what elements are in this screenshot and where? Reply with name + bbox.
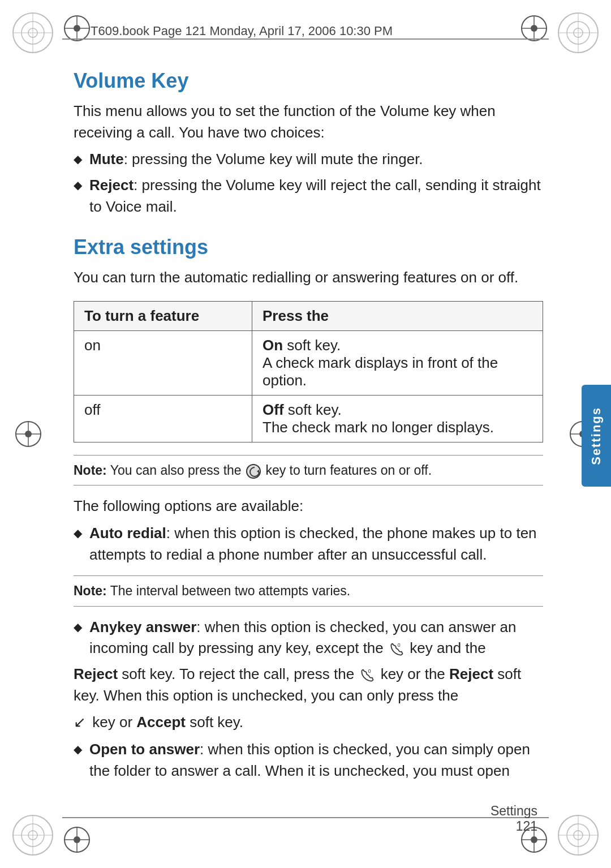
off-key-description: The check mark no longer displays. xyxy=(263,419,494,436)
svg-marker-44 xyxy=(257,470,259,473)
auto-redial-label: Auto redial xyxy=(89,525,166,542)
svg-text:0: 0 xyxy=(398,642,401,648)
extra-settings-title: Extra settings xyxy=(74,235,543,259)
footer-section: Settings xyxy=(490,803,537,819)
reject-paragraph: Reject soft key. To reject the call, pre… xyxy=(74,664,543,706)
reg-mark-mid-left xyxy=(14,419,43,449)
mute-label: Mute xyxy=(89,151,124,167)
reject-label: Reject xyxy=(89,177,134,194)
volume-key-bullet-reject: Reject: pressing the Volume key will rej… xyxy=(74,175,543,217)
mute-text: : pressing the Volume key will mute the … xyxy=(124,151,423,167)
following-options-text: The following options are available: xyxy=(74,496,543,517)
footer-rule xyxy=(62,817,549,818)
table-row: on On soft key. A check mark displays in… xyxy=(74,331,543,396)
note2-text: The interval between two attempts varies… xyxy=(110,583,350,598)
header-rule xyxy=(62,38,549,40)
header-text: T609.book Page 121 Monday, April 17, 200… xyxy=(91,24,393,38)
off-key-bold: Off xyxy=(263,401,284,418)
open-to-answer-label: Open to answer xyxy=(89,741,200,758)
corner-decoration-br xyxy=(556,813,601,858)
note1-text: You can also press the xyxy=(110,463,245,478)
reject-para-text5: soft key. xyxy=(190,714,243,731)
on-key-bold: On xyxy=(263,337,283,354)
table-cell-on-press: On soft key. A check mark displays in fr… xyxy=(252,331,543,396)
note-box-2: Note: The interval between two attempts … xyxy=(74,575,543,606)
on-key-description: A check mark displays in front of the op… xyxy=(263,354,498,389)
note-box-1: Note: You can also press the key to turn… xyxy=(74,455,543,485)
table-header-feature: To turn a feature xyxy=(74,302,252,331)
table-row: off Off soft key. The check mark no long… xyxy=(74,396,543,442)
table-cell-off-press: Off soft key. The check mark no longer d… xyxy=(252,396,543,442)
phone-icon-1: 0 xyxy=(389,641,405,658)
footer: Settings 121 xyxy=(490,803,537,834)
open-to-answer-bullet: Open to answer: when this option is chec… xyxy=(74,739,543,781)
reject-paragraph-2: ↙ key or Accept soft key. xyxy=(74,712,543,733)
table-cell-on-feature: on xyxy=(74,331,252,396)
note1-text-end: key to turn features on or off. xyxy=(265,463,432,478)
anykey-answer-text2: key and the xyxy=(410,639,485,656)
phone-icon-2: 0 xyxy=(359,667,375,684)
svg-text:0: 0 xyxy=(368,668,371,674)
note1-label: Note: xyxy=(74,463,107,478)
reject-para-text4: key or xyxy=(92,714,136,731)
reject-text: : pressing the Volume key will reject th… xyxy=(89,177,541,215)
accept-bold: Accept xyxy=(136,714,186,731)
footer-page: 121 xyxy=(490,819,537,834)
end-key-icon xyxy=(246,464,261,479)
table-header-press: Press the xyxy=(252,302,543,331)
note2-label: Note: xyxy=(74,583,107,598)
reject-para-text1: soft key. To reject the call, press the xyxy=(122,665,358,682)
feature-table: To turn a feature Press the on On soft k… xyxy=(74,301,543,442)
anykey-answer-bullet: Anykey answer: when this option is check… xyxy=(74,617,543,659)
volume-key-description: This menu allows you to set the function… xyxy=(74,101,543,143)
corner-decoration-bl xyxy=(10,813,55,858)
reg-mark-bottom-left xyxy=(62,825,92,854)
anykey-answer-label: Anykey answer xyxy=(89,618,196,635)
settings-tab-label: Settings xyxy=(589,407,604,465)
corner-decoration-tl xyxy=(10,10,55,55)
reject-para-text2: key or the xyxy=(381,665,449,682)
extra-settings-description: You can turn the automatic redialling or… xyxy=(74,267,543,289)
main-content: Volume Key This menu allows you to set t… xyxy=(74,51,543,811)
volume-key-bullet-mute: Mute: pressing the Volume key will mute … xyxy=(74,149,543,170)
volume-key-title: Volume Key xyxy=(74,69,543,93)
reject-para-label: Reject xyxy=(74,665,118,682)
arrow-icon: ↙ xyxy=(74,714,86,731)
auto-redial-bullet: Auto redial: when this option is checked… xyxy=(74,523,543,565)
table-cell-off-feature: off xyxy=(74,396,252,442)
reject-para-bold2: Reject xyxy=(449,665,493,682)
corner-decoration-tr xyxy=(556,10,601,55)
settings-tab: Settings xyxy=(582,385,611,487)
